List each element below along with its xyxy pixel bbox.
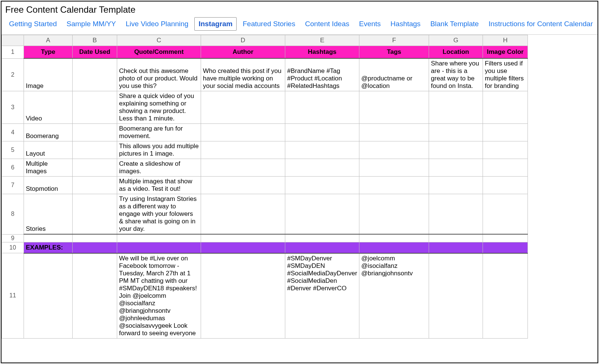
- cell[interactable]: #BrandName #Tag #Product #Location #Rela…: [285, 58, 359, 91]
- cell[interactable]: [483, 177, 528, 194]
- sheet-tab[interactable]: Content Ideas: [301, 18, 353, 30]
- cell[interactable]: Stories: [24, 194, 73, 235]
- cell[interactable]: [285, 141, 359, 159]
- cell[interactable]: [429, 242, 483, 253]
- cell[interactable]: [483, 159, 528, 177]
- sheet-tab[interactable]: Sample MM/YY: [63, 18, 120, 30]
- cell[interactable]: [429, 253, 483, 339]
- cell[interactable]: [359, 159, 429, 177]
- sheet-tab[interactable]: Featured Stories: [239, 18, 299, 30]
- cell[interactable]: [73, 242, 117, 253]
- column-header[interactable]: A: [24, 35, 73, 46]
- cell[interactable]: [117, 242, 201, 253]
- row-header[interactable]: 5: [2, 141, 24, 159]
- cell[interactable]: [429, 124, 483, 141]
- cell[interactable]: [201, 124, 285, 141]
- cell[interactable]: Layout: [24, 141, 73, 159]
- cell[interactable]: Date Used: [73, 46, 117, 59]
- cell[interactable]: [285, 91, 359, 124]
- cell[interactable]: [483, 91, 528, 124]
- cell[interactable]: Multiple images that show as a video. Te…: [117, 177, 201, 194]
- cell[interactable]: [285, 242, 359, 253]
- row-header[interactable]: 11: [2, 253, 24, 339]
- sheet-tab[interactable]: Instructions for Content Calendar: [485, 18, 597, 30]
- cell[interactable]: Video: [24, 91, 73, 124]
- sheet-tab[interactable]: Hashtags: [387, 18, 424, 30]
- cell[interactable]: [73, 91, 117, 124]
- cell[interactable]: #SMDayDenver #SMDayDEN #SocialMediaDayDe…: [285, 253, 359, 339]
- cell[interactable]: Try using Instagram Stories as a differe…: [117, 194, 201, 235]
- cell[interactable]: [285, 194, 359, 235]
- cell[interactable]: [429, 141, 483, 159]
- cell[interactable]: [483, 141, 528, 159]
- cell[interactable]: Author: [201, 46, 285, 59]
- cell[interactable]: [483, 253, 528, 339]
- row-header[interactable]: 1: [2, 46, 24, 59]
- cell[interactable]: [359, 91, 429, 124]
- cell[interactable]: Image: [24, 58, 73, 91]
- cell[interactable]: [201, 141, 285, 159]
- sheet-tab[interactable]: Live Video Planning: [122, 18, 192, 30]
- cell[interactable]: Quote/Comment: [117, 46, 201, 59]
- cell[interactable]: Boomerang: [24, 124, 73, 141]
- cell[interactable]: [429, 159, 483, 177]
- cell[interactable]: [285, 234, 359, 242]
- cell[interactable]: [201, 194, 285, 235]
- cell[interactable]: [73, 234, 117, 242]
- cell[interactable]: [24, 253, 73, 339]
- sheet-tab[interactable]: Blank Template: [426, 18, 483, 30]
- cell[interactable]: [201, 242, 285, 253]
- row-header[interactable]: 2: [2, 58, 24, 91]
- cell[interactable]: [483, 242, 528, 253]
- cell[interactable]: [73, 124, 117, 141]
- cell[interactable]: EXAMPLES:: [24, 242, 73, 253]
- cell[interactable]: Check out this awesome photo of our prod…: [117, 58, 201, 91]
- cell[interactable]: @joelcomm @isocialfanz @briangjohnsontv: [359, 253, 429, 339]
- row-header[interactable]: 9: [2, 234, 24, 242]
- column-header[interactable]: G: [429, 35, 483, 46]
- cell[interactable]: [359, 194, 429, 235]
- cell[interactable]: [483, 124, 528, 141]
- sheet-tab[interactable]: Events: [355, 18, 384, 30]
- cell[interactable]: [73, 159, 117, 177]
- row-header[interactable]: 10: [2, 242, 24, 253]
- cell[interactable]: [201, 234, 285, 242]
- cell[interactable]: [73, 58, 117, 91]
- cell[interactable]: Who created this post if you have multip…: [201, 58, 285, 91]
- row-header[interactable]: 3: [2, 91, 24, 124]
- cell[interactable]: [429, 194, 483, 235]
- cell[interactable]: [359, 242, 429, 253]
- cell[interactable]: [201, 177, 285, 194]
- row-header[interactable]: 6: [2, 159, 24, 177]
- cell[interactable]: Location: [429, 46, 483, 59]
- column-header[interactable]: D: [201, 35, 285, 46]
- column-header[interactable]: H: [483, 35, 528, 46]
- cell[interactable]: This allows you add multiple pictures in…: [117, 141, 201, 159]
- cell[interactable]: Type: [24, 46, 73, 59]
- cell[interactable]: [359, 124, 429, 141]
- cell[interactable]: @productname or @location: [359, 58, 429, 91]
- cell[interactable]: [359, 141, 429, 159]
- column-header[interactable]: B: [73, 35, 117, 46]
- cell[interactable]: [73, 177, 117, 194]
- cell[interactable]: [73, 141, 117, 159]
- cell[interactable]: [285, 159, 359, 177]
- cell[interactable]: [117, 234, 201, 242]
- cell[interactable]: Filters used if you use multiple filters…: [483, 58, 528, 91]
- cell[interactable]: [73, 194, 117, 235]
- cell[interactable]: [429, 177, 483, 194]
- cell[interactable]: Hashtags: [285, 46, 359, 59]
- cell[interactable]: Share a quick video of you explaining so…: [117, 91, 201, 124]
- cell[interactable]: Stopmotion: [24, 177, 73, 194]
- cell[interactable]: Create a slideshow of images.: [117, 159, 201, 177]
- cell[interactable]: [483, 194, 528, 235]
- cell[interactable]: [483, 234, 528, 242]
- cell[interactable]: [429, 234, 483, 242]
- cell[interactable]: [285, 124, 359, 141]
- cell[interactable]: [359, 177, 429, 194]
- cell[interactable]: [24, 234, 73, 242]
- cell[interactable]: Share where you are - this is a great wa…: [429, 58, 483, 91]
- sheet-tab[interactable]: Getting Started: [5, 18, 61, 30]
- column-header[interactable]: F: [359, 35, 429, 46]
- row-header[interactable]: 4: [2, 124, 24, 141]
